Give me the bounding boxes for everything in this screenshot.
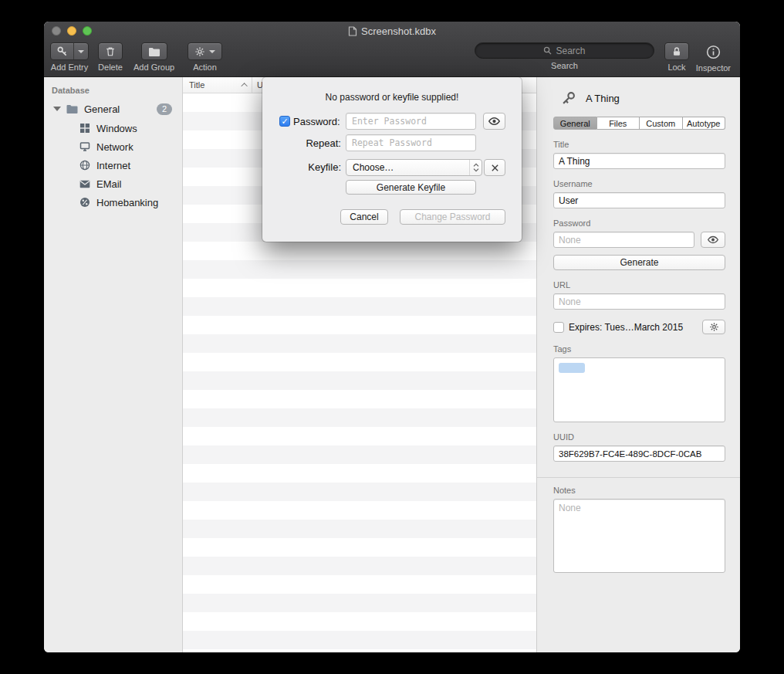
sidebar-item-internet[interactable]: Internet	[44, 156, 182, 174]
entry-title: A Thing	[586, 93, 620, 104]
inspector-entry-header: A Thing	[561, 90, 725, 106]
add-entry-button[interactable]	[50, 42, 89, 60]
sidebar-header: Database	[44, 82, 182, 99]
inspector-label: Inspector	[696, 63, 731, 73]
username-field-label: Username	[553, 179, 725, 188]
chevron-down-icon	[78, 50, 84, 53]
keyfile-popup-button[interactable]: Choose…	[346, 159, 482, 176]
lock-icon	[671, 46, 682, 57]
sidebar-item-label: Network	[96, 141, 133, 153]
dialog-keyfile-label: Keyfile:	[262, 161, 341, 173]
toolbar-group-inspector: Inspector	[696, 42, 731, 73]
inspector-divider	[537, 477, 740, 478]
globe-icon	[78, 159, 91, 172]
titlebar: Screenshot.kdbx	[44, 22, 740, 40]
change-password-button[interactable]: Change Password	[400, 209, 505, 225]
delete-label: Delete	[98, 63, 123, 72]
generate-password-button[interactable]: Generate	[553, 255, 725, 270]
lock-label: Lock	[667, 63, 685, 72]
sidebar-item-label: EMail	[96, 178, 122, 190]
dialog-repeat-input[interactable]	[346, 134, 476, 151]
tab-files[interactable]: Files	[597, 117, 640, 130]
folder-icon	[148, 46, 161, 57]
toolbar-group-add-group: Add Group	[133, 42, 174, 72]
notes-label: Notes	[553, 486, 725, 495]
tag-chip[interactable]	[559, 363, 585, 373]
add-entry-dropdown[interactable]	[73, 43, 88, 59]
tab-custom[interactable]: Custom	[640, 117, 683, 130]
search-input[interactable]: Search	[475, 42, 654, 59]
tags-box[interactable]	[553, 357, 725, 422]
column-title-label: Title	[189, 80, 204, 90]
eye-icon	[707, 235, 719, 244]
url-field[interactable]	[553, 293, 725, 310]
uuid-field[interactable]	[553, 445, 725, 462]
toolbar-group-add-entry: Add Entry	[50, 42, 89, 72]
sidebar-item-email[interactable]: EMail	[44, 174, 182, 193]
tags-label: Tags	[553, 344, 725, 354]
reveal-password-button[interactable]	[701, 232, 725, 248]
search-placeholder: Search	[556, 46, 585, 56]
disclosure-triangle-icon[interactable]	[53, 107, 61, 111]
toolbar-group-search: Search Search	[475, 42, 654, 70]
column-header-title[interactable]: Title	[183, 77, 252, 93]
gear-icon	[709, 322, 719, 332]
dialog-repeat-label: Repeat:	[262, 137, 341, 149]
sidebar-item-network[interactable]: Network	[44, 137, 182, 156]
dialog-password-input[interactable]	[346, 113, 476, 130]
tab-autotype[interactable]: Autotype	[683, 117, 726, 130]
sidebar-item-windows[interactable]: Windows	[44, 119, 182, 137]
percent-coin-icon	[78, 196, 91, 209]
notes-field[interactable]	[553, 499, 725, 573]
password-row	[553, 232, 725, 248]
sidebar-item-general[interactable]: General 2	[44, 99, 182, 119]
close-x-icon	[491, 164, 499, 172]
url-field-label: URL	[553, 280, 725, 290]
username-field[interactable]	[553, 192, 725, 208]
dialog-message: No password or keyfile supplied!	[262, 92, 522, 103]
sidebar-item-label: Homebanking	[96, 197, 158, 208]
lock-button[interactable]	[664, 42, 689, 60]
delete-button[interactable]	[98, 42, 123, 60]
key-icon	[51, 43, 73, 59]
clear-keyfile-button[interactable]	[484, 159, 505, 176]
password-checkbox[interactable]	[279, 116, 290, 127]
window-title: Screenshot.kdbx	[361, 25, 436, 37]
title-field-label: Title	[553, 140, 725, 149]
sidebar-item-homebanking[interactable]: Homebanking	[44, 193, 182, 212]
popup-arrows-icon	[469, 160, 482, 175]
action-button[interactable]	[188, 42, 222, 60]
toolbar-group-delete: Delete	[98, 42, 123, 72]
chevron-down-icon	[209, 50, 215, 53]
gear-icon	[194, 46, 205, 57]
sidebar-item-label: Internet	[96, 160, 130, 171]
trash-icon	[105, 46, 116, 57]
dialog-reveal-password-button[interactable]	[483, 113, 505, 130]
eye-icon	[488, 117, 501, 126]
generate-keyfile-button[interactable]: Generate Keyfile	[346, 180, 476, 195]
key-icon	[561, 90, 576, 106]
cancel-button[interactable]: Cancel	[340, 209, 388, 225]
search-label: Search	[551, 61, 578, 70]
password-field[interactable]	[553, 232, 694, 248]
tab-general[interactable]: General	[553, 117, 597, 130]
action-label: Action	[193, 63, 217, 72]
title-field[interactable]	[553, 153, 725, 169]
expires-settings-button[interactable]	[702, 320, 725, 334]
network-icon	[78, 141, 91, 154]
column-header-username[interactable]: U	[252, 80, 263, 90]
expires-checkbox[interactable]	[553, 322, 564, 333]
document-icon	[348, 26, 357, 36]
keyfile-selected-value: Choose…	[346, 162, 469, 173]
sort-ascending-icon	[241, 83, 247, 89]
inspector-toggle-button[interactable]	[706, 42, 721, 61]
info-icon	[706, 45, 721, 59]
add-group-button[interactable]	[141, 42, 167, 60]
sidebar-item-label: Windows	[96, 123, 137, 134]
inspector-tabs: General Files Custom Autotype	[553, 117, 725, 130]
search-icon	[543, 46, 552, 55]
sidebar: Database General 2 Windows	[44, 77, 183, 652]
sidebar-item-label: General	[84, 103, 120, 115]
expires-row: Expires: Tues…March 2015	[553, 320, 725, 334]
password-field-label: Password	[553, 218, 725, 228]
